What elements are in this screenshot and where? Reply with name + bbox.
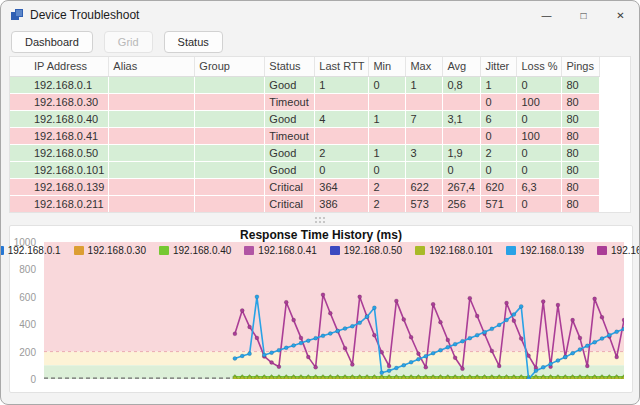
column-header[interactable]: Status — [265, 57, 315, 76]
table-cell: 192.168.0.41 — [10, 127, 109, 144]
column-header[interactable]: Min — [369, 57, 406, 76]
device-table: IP AddressAliasGroupStatusLast RTTMinMax… — [10, 57, 600, 213]
window-title: Device Troubleshoot — [30, 8, 139, 22]
table-cell: 100 — [517, 93, 562, 110]
legend-item: 192.168.0.211 — [597, 245, 640, 256]
table-cell: 256 — [443, 195, 481, 212]
table-row[interactable]: 192.168.0.1Good1010,81080 — [10, 76, 600, 93]
table-cell: 0 — [369, 161, 406, 178]
table-cell: 192.168.0.50 — [10, 144, 109, 161]
tab-dashboard[interactable]: Dashboard — [11, 31, 93, 53]
table-cell: 80 — [562, 178, 600, 195]
app-window: Device Troubleshoot — □ ✕ DashboardGridS… — [0, 0, 640, 405]
table-cell: 1 — [369, 110, 406, 127]
table-cell — [443, 93, 481, 110]
table-row[interactable]: 192.168.0.40Good4173,16080 — [10, 110, 600, 127]
legend-swatch — [244, 246, 254, 255]
chart-canvas — [44, 242, 624, 379]
table-row[interactable]: 192.168.0.211Critical3862573256571080 — [10, 195, 600, 212]
legend-swatch — [159, 246, 169, 255]
maximize-icon: □ — [580, 10, 586, 21]
y-axis-tick-label: 400 — [10, 319, 36, 330]
table-cell: 192.168.0.211 — [10, 195, 109, 212]
close-button[interactable]: ✕ — [602, 1, 639, 29]
chart-title: Response Time History (ms) — [10, 228, 632, 242]
legend-item: 192.168.0.40 — [159, 245, 231, 256]
table-cell: Good — [265, 76, 315, 93]
table-cell: 386 — [315, 195, 369, 212]
table-cell: Good — [265, 161, 315, 178]
legend-label: 192.168.0.1 — [8, 245, 61, 256]
table-cell: 6 — [481, 110, 517, 127]
column-header[interactable]: Jitter — [481, 57, 517, 76]
legend-item: 192.168.0.50 — [330, 245, 402, 256]
app-icon — [11, 9, 24, 22]
table-row[interactable]: 192.168.0.30Timeout010080 — [10, 93, 600, 110]
table-cell — [195, 195, 265, 212]
legend-item: 192.168.0.41 — [244, 245, 316, 256]
table-cell — [443, 127, 481, 144]
y-axis-tick-label: 0 — [10, 374, 36, 385]
table-cell: Critical — [265, 195, 315, 212]
table-cell — [195, 127, 265, 144]
legend-label: 192.168.0.139 — [520, 245, 584, 256]
table-cell — [195, 76, 265, 93]
table-row[interactable]: 192.168.0.50Good2131,92080 — [10, 144, 600, 161]
table-cell: 0 — [481, 93, 517, 110]
legend-label: 192.168.0.40 — [173, 245, 231, 256]
table-cell: 100 — [517, 127, 562, 144]
legend-swatch — [415, 246, 425, 255]
column-header[interactable]: Avg — [443, 57, 481, 76]
legend-swatch — [74, 246, 84, 255]
column-header[interactable]: Alias — [109, 57, 195, 76]
table-cell — [109, 178, 195, 195]
close-icon: ✕ — [616, 10, 624, 21]
table-cell: 1 — [481, 76, 517, 93]
table-cell: 192.168.0.1 — [10, 76, 109, 93]
table-cell — [109, 144, 195, 161]
column-header[interactable]: Last RTT — [315, 57, 369, 76]
device-grid-panel: IP AddressAliasGroupStatusLast RTTMinMax… — [9, 56, 631, 213]
legend-swatch — [506, 246, 516, 255]
table-cell: 622 — [406, 178, 443, 195]
table-cell: Good — [265, 144, 315, 161]
table-cell: Timeout — [265, 127, 315, 144]
legend-label: 192.168.0.211 — [611, 245, 640, 256]
maximize-button[interactable]: □ — [565, 1, 602, 29]
table-row[interactable]: 192.168.0.41Timeout010080 — [10, 127, 600, 144]
table-cell: 620 — [481, 178, 517, 195]
splitter-handle[interactable] — [1, 215, 639, 224]
table-cell: 1 — [315, 76, 369, 93]
table-cell — [195, 178, 265, 195]
column-header[interactable]: Pings — [562, 57, 600, 76]
table-cell — [406, 127, 443, 144]
table-cell: 2 — [369, 195, 406, 212]
table-cell — [195, 110, 265, 127]
minimize-icon: — — [542, 10, 552, 21]
table-row[interactable]: 192.168.0.139Critical3642622267,46206,38… — [10, 178, 600, 195]
chart-card: Response Time History (ms) 1000800600400… — [9, 225, 633, 393]
table-row[interactable]: 192.168.0.101Good0000080 — [10, 161, 600, 178]
table-cell: 0 — [517, 195, 562, 212]
tab-status[interactable]: Status — [164, 31, 223, 53]
table-cell — [109, 93, 195, 110]
chart-legend: 192.168.0.1192.168.0.30192.168.0.40192.1… — [44, 245, 624, 256]
column-header[interactable]: Group — [195, 57, 265, 76]
table-cell: 1,9 — [443, 144, 481, 161]
table-cell: 0 — [517, 161, 562, 178]
table-cell: 7 — [406, 110, 443, 127]
column-header[interactable]: Max — [406, 57, 443, 76]
table-cell: 3 — [406, 144, 443, 161]
table-cell: 80 — [562, 110, 600, 127]
table-cell — [406, 161, 443, 178]
table-cell: 3,1 — [443, 110, 481, 127]
legend-label: 192.168.0.50 — [344, 245, 402, 256]
title-bar: Device Troubleshoot — □ ✕ — [1, 1, 639, 29]
table-cell: Good — [265, 110, 315, 127]
table-cell: 0 — [481, 127, 517, 144]
column-header[interactable]: IP Address — [10, 57, 109, 76]
table-cell: 0,8 — [443, 76, 481, 93]
column-header[interactable]: Loss % — [517, 57, 562, 76]
minimize-button[interactable]: — — [528, 1, 565, 29]
table-cell: 192.168.0.40 — [10, 110, 109, 127]
